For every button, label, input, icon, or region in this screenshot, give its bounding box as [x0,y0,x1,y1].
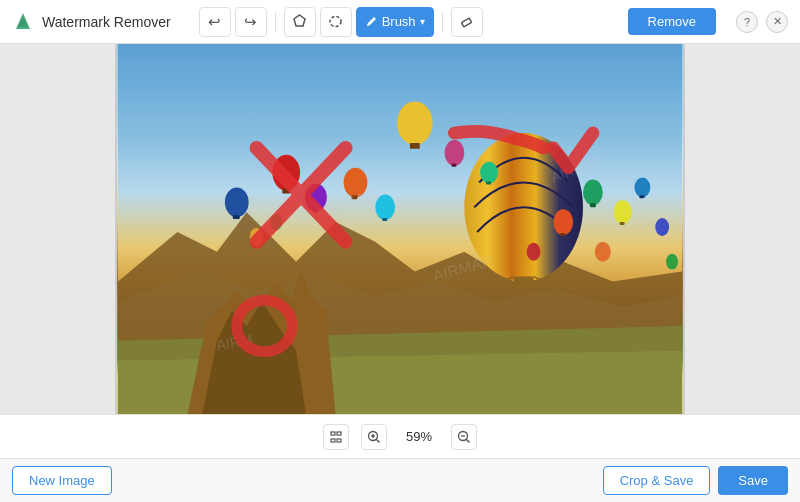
svg-line-58 [467,439,470,442]
toolbar-separator-1 [275,12,276,32]
app-title: Watermark Remover [42,14,171,30]
brush-label: Brush [382,14,416,29]
close-button[interactable]: ✕ [766,11,788,33]
svg-rect-19 [590,203,596,207]
new-image-button[interactable]: New Image [12,466,112,495]
svg-point-18 [583,179,603,205]
undo-button[interactable]: ↩ [199,7,231,37]
lasso-icon [328,14,343,29]
svg-point-10 [397,101,433,145]
fit-icon [329,430,343,444]
remove-button[interactable]: Remove [628,8,716,35]
eraser-tool-button[interactable] [451,7,483,37]
eraser-icon [459,14,474,29]
zoom-toolbar: 59% [0,414,800,458]
lasso-tool-button[interactable] [320,7,352,37]
svg-rect-27 [486,181,491,184]
window-controls: ? ✕ [736,11,788,33]
fit-to-screen-button[interactable] [323,424,349,450]
toolbar-separator-2 [442,12,443,32]
brush-chevron: ▾ [420,16,425,27]
zoom-in-icon [367,430,381,444]
svg-rect-25 [451,163,456,166]
svg-marker-1 [18,16,29,27]
app-logo [12,11,34,33]
svg-point-2 [330,17,341,27]
title-bar-right: Remove ? ✕ [628,8,788,35]
save-button[interactable]: Save [718,466,788,495]
svg-point-22 [634,177,650,197]
toolbar-tools: ↩ ↪ Brush ▾ [199,7,483,37]
svg-rect-33 [382,218,387,221]
svg-rect-7 [514,276,534,288]
brush-icon [365,15,378,28]
svg-rect-51 [337,439,341,442]
brush-tool-button[interactable]: Brush ▾ [356,7,434,37]
svg-rect-23 [639,195,644,198]
svg-point-36 [527,242,541,260]
svg-rect-49 [337,432,341,435]
polygon-tool-button[interactable] [284,7,316,37]
svg-rect-21 [620,222,625,225]
redo-button[interactable]: ↪ [235,7,267,37]
title-bar: Watermark Remover ↩ ↪ [0,0,800,44]
svg-rect-50 [331,439,335,442]
zoom-in-button[interactable] [361,424,387,450]
footer-right: Crop & Save Save [603,466,788,495]
svg-line-55 [377,439,380,442]
svg-rect-15 [233,215,240,219]
svg-point-28 [553,209,573,235]
svg-point-24 [445,139,465,165]
zoom-out-icon [457,430,471,444]
svg-rect-4 [461,18,471,27]
svg-point-26 [480,161,498,183]
landscape-background: AIRMAR AIRMAR AIRM AIRMAR [117,44,683,414]
svg-point-37 [595,241,611,261]
footer: New Image Crop & Save Save [0,458,800,502]
image-canvas[interactable]: AIRMAR AIRMAR AIRM AIRMAR [115,44,685,414]
svg-point-39 [666,253,678,269]
balloons-svg: AIRMAR AIRMAR AIRM AIRMAR [117,44,683,414]
svg-rect-11 [410,142,420,148]
zoom-level-label: 59% [399,429,439,444]
svg-rect-29 [560,232,565,235]
svg-point-14 [225,187,249,217]
crop-save-button[interactable]: Crop & Save [603,466,711,495]
title-bar-left: Watermark Remover ↩ ↪ [12,7,483,37]
polygon-icon [292,14,307,29]
svg-point-20 [614,200,632,224]
svg-point-38 [655,218,669,236]
zoom-out-button[interactable] [451,424,477,450]
main-content: AIRMAR AIRMAR AIRM AIRMAR [0,44,800,414]
help-button[interactable]: ? [736,11,758,33]
svg-rect-48 [331,432,335,435]
